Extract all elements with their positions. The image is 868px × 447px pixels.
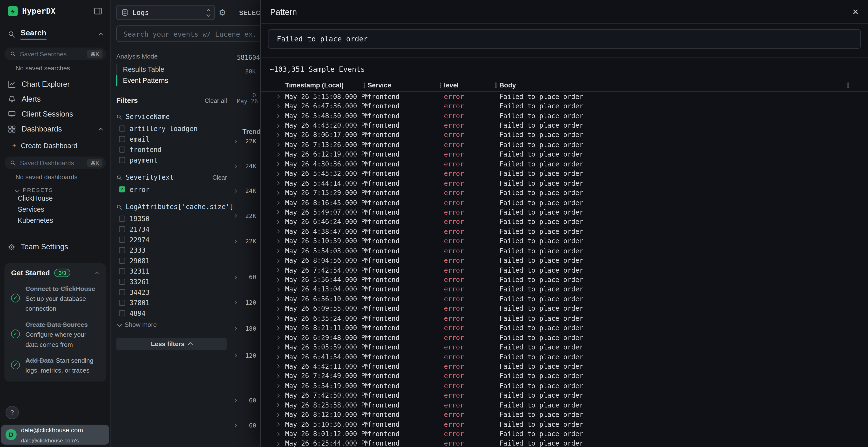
chevron-right-icon[interactable]: [233, 189, 237, 193]
expand-row-icon[interactable]: [276, 249, 285, 252]
expand-row-icon[interactable]: [276, 182, 285, 185]
filter-option[interactable]: 4894: [116, 308, 227, 319]
checkbox[interactable]: [119, 157, 125, 163]
expand-row-icon[interactable]: [276, 394, 285, 397]
table-row[interactable]: May 26 8:21:11.000 PM frontend error Fai…: [261, 323, 868, 333]
sidebar-item-alerts[interactable]: Alerts: [0, 92, 110, 107]
expand-row-icon[interactable]: [276, 414, 285, 416]
expand-row-icon[interactable]: [276, 240, 285, 243]
sidebar-item-search[interactable]: Search: [0, 22, 110, 43]
expand-row-icon[interactable]: [276, 211, 285, 214]
preset-clickhouse[interactable]: ClickHouse: [0, 193, 110, 204]
filter-option[interactable]: artillery-loadgen: [116, 123, 227, 134]
expand-row-icon[interactable]: [276, 346, 285, 348]
expand-row-icon[interactable]: [276, 114, 285, 117]
less-filters-button[interactable]: Less filters: [116, 338, 227, 350]
table-row[interactable]: May 26 4:38:47.000 PM frontend error Fai…: [261, 227, 868, 237]
gear-icon[interactable]: ⚙: [219, 8, 226, 16]
table-row[interactable]: May 26 5:48:50.000 PM frontend error Fai…: [261, 111, 868, 121]
table-row[interactable]: May 26 6:56:10.000 PM frontend error Fai…: [261, 294, 868, 304]
expand-row-icon[interactable]: [276, 288, 285, 291]
checkbox[interactable]: [119, 289, 125, 295]
expand-row-icon[interactable]: [276, 433, 285, 436]
table-row[interactable]: May 26 5:56:44.000 PM frontend error Fai…: [261, 275, 868, 285]
presets-toggle[interactable]: PRESETS: [16, 187, 110, 193]
close-icon[interactable]: ×: [852, 6, 859, 17]
table-row[interactable]: May 26 5:54:03.000 PM frontend error Fai…: [261, 246, 868, 256]
filter-option[interactable]: 33261: [116, 276, 227, 287]
filter-option[interactable]: frontend: [116, 144, 227, 155]
source-selector[interactable]: Logs: [116, 5, 215, 20]
filter-option[interactable]: 21734: [116, 224, 227, 235]
mode-event-patterns[interactable]: Event Patterns: [116, 75, 227, 86]
create-dashboard-button[interactable]: + Create Dashboard: [0, 139, 110, 152]
show-more-link[interactable]: Show more: [118, 321, 227, 328]
user-menu[interactable]: D dale@clickhouse.com dale@clickhouse.co…: [1, 424, 109, 445]
expand-row-icon[interactable]: [276, 124, 285, 127]
pattern-row[interactable]: 60: [234, 397, 256, 404]
pattern-row[interactable]: 22K: [234, 138, 256, 145]
chevron-right-icon[interactable]: [233, 354, 237, 358]
get-started-item[interactable]: ✓ Create Data Sources Configure where yo…: [11, 319, 99, 349]
filter-option[interactable]: error: [116, 184, 227, 195]
table-row[interactable]: May 26 4:13:04.000 PM frontend error Fai…: [261, 285, 868, 294]
get-started-item[interactable]: ✓ Add Data Start sending logs, metrics, …: [11, 355, 99, 375]
column-resize-handle[interactable]: ⋮: [493, 82, 499, 89]
checkbox[interactable]: [119, 186, 125, 193]
expand-row-icon[interactable]: [276, 172, 285, 175]
sidebar-item-chart-explorer[interactable]: Chart Explorer: [0, 77, 110, 92]
table-row[interactable]: May 26 4:30:36.000 PM frontend error Fai…: [261, 159, 868, 169]
get-started-header[interactable]: Get Started 3/3: [11, 269, 99, 277]
pattern-row[interactable]: 60: [234, 422, 256, 429]
table-row[interactable]: May 26 6:09:55.000 PM frontend error Fai…: [261, 304, 868, 314]
preset-kubernetes[interactable]: Kubernetes: [0, 215, 110, 226]
filter-option[interactable]: 37801: [116, 298, 227, 308]
table-row[interactable]: May 26 8:04:56.000 PM frontend error Fai…: [261, 256, 868, 265]
table-row[interactable]: May 26 7:42:54.000 PM frontend error Fai…: [261, 265, 868, 275]
expand-row-icon[interactable]: [276, 298, 285, 300]
pattern-row[interactable]: 22K: [234, 238, 256, 245]
table-row[interactable]: May 26 8:16:45.000 PM frontend error Fai…: [261, 198, 868, 208]
chevron-up-icon[interactable]: [98, 33, 103, 37]
table-row[interactable]: May 26 8:01:12.000 PM frontend error Fai…: [261, 429, 868, 439]
table-row[interactable]: May 26 7:24:49.000 PM frontend error Fai…: [261, 371, 868, 381]
table-row[interactable]: May 26 7:15:29.000 PM frontend error Fai…: [261, 188, 868, 198]
chevron-up-icon[interactable]: [95, 271, 100, 276]
filter-option[interactable]: 22974: [116, 234, 227, 245]
expand-row-icon[interactable]: [276, 375, 285, 377]
get-started-item[interactable]: ✓ Connect to ClickHouse Set up your data…: [11, 283, 99, 313]
table-row[interactable]: May 26 5:44:14.000 PM frontend error Fai…: [261, 178, 868, 188]
expand-row-icon[interactable]: [276, 153, 285, 156]
expand-row-icon[interactable]: [276, 404, 285, 407]
chevron-up-icon[interactable]: [98, 128, 103, 132]
checkbox[interactable]: [119, 237, 125, 243]
expand-row-icon[interactable]: [276, 317, 285, 319]
table-row[interactable]: May 26 5:10:59.000 PM frontend error Fai…: [261, 237, 868, 246]
column-resize-handle[interactable]: ⋮: [361, 82, 368, 89]
expand-row-icon[interactable]: [276, 336, 285, 339]
collapse-sidebar-icon[interactable]: [94, 7, 102, 16]
expand-row-icon[interactable]: [276, 143, 285, 146]
expand-row-icon[interactable]: [276, 355, 285, 358]
expand-row-icon[interactable]: [276, 95, 285, 98]
checkbox[interactable]: [119, 279, 125, 285]
chevron-right-icon[interactable]: [233, 275, 237, 279]
pattern-row[interactable]: 60: [234, 274, 256, 281]
expand-row-icon[interactable]: [276, 442, 285, 445]
table-row[interactable]: May 26 6:25:44.000 PM frontend error Fai…: [261, 439, 868, 447]
table-row[interactable]: May 26 5:15:08.000 PM frontend error Fai…: [261, 92, 868, 101]
clear-link[interactable]: Clear: [212, 174, 227, 181]
sidebar-item-client-sessions[interactable]: Client Sessions: [0, 107, 110, 122]
chevron-right-icon[interactable]: [233, 239, 237, 243]
column-resize-handle[interactable]: ⋮: [845, 82, 851, 89]
table-row[interactable]: May 26 8:12:10.000 PM frontend error Fai…: [261, 410, 868, 419]
checkbox[interactable]: [119, 126, 125, 132]
checkbox[interactable]: [119, 226, 125, 232]
chevron-right-icon[interactable]: [233, 301, 237, 305]
expand-row-icon[interactable]: [276, 192, 285, 194]
table-row[interactable]: May 26 5:54:19.000 PM frontend error Fai…: [261, 381, 868, 391]
filter-option[interactable]: 32311: [116, 266, 227, 276]
expand-row-icon[interactable]: [276, 105, 285, 107]
expand-row-icon[interactable]: [276, 220, 285, 223]
checkbox[interactable]: [119, 215, 125, 221]
